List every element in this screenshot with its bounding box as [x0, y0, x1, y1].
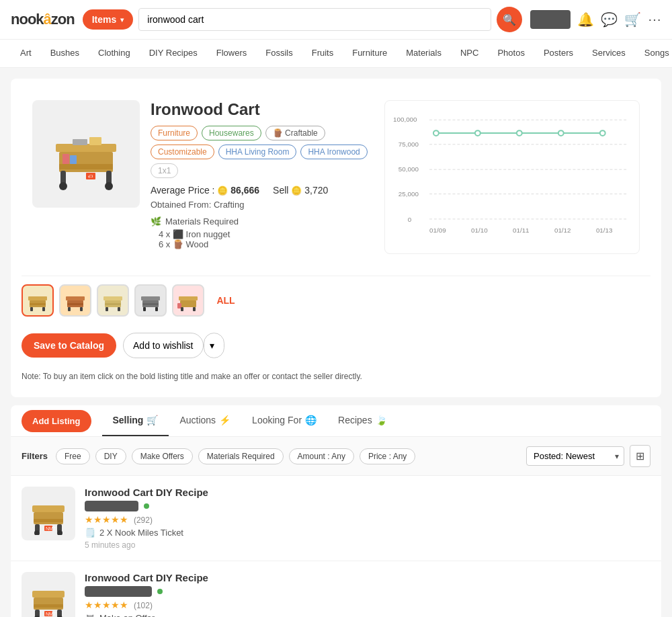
tag-craftable[interactable]: 🪵 Craftable — [265, 126, 325, 140]
product-image: 🏷 — [32, 100, 140, 208]
svg-rect-38 — [66, 296, 85, 300]
time-ago-1: 5 minutes ago — [85, 540, 650, 550]
tag-hha-ironwood[interactable]: HHA Ironwood — [300, 145, 367, 159]
product-title: Ironwood Cart — [151, 100, 374, 119]
add-to-wishlist-button[interactable]: Add to wishlist — [123, 333, 203, 358]
nav-item-songs[interactable]: Songs — [635, 40, 672, 67]
filter-price[interactable]: Price : Any — [360, 448, 415, 464]
variant-2[interactable] — [59, 284, 91, 317]
actions-row: Save to Catalog Add to wishlist ▾ — [22, 325, 650, 366]
nav-item-services[interactable]: Services — [583, 40, 635, 67]
product-section: 🏷 Ironwood Cart Furniture Housewares 🪵 C… — [11, 79, 661, 397]
filter-free[interactable]: Free — [56, 448, 90, 464]
leaf-icon: 🌿 — [151, 216, 161, 227]
search-input[interactable] — [138, 8, 491, 31]
materials-label: 🌿 Materials Required — [151, 216, 374, 227]
menu-icon[interactable]: ⋯ — [648, 11, 661, 28]
notifications-icon[interactable]: 🔔 — [577, 11, 594, 28]
nav-item-art[interactable]: Art — [11, 40, 41, 67]
seller-row-1 — [85, 501, 650, 511]
listing-image-2: NMT — [22, 572, 75, 617]
item-select-label: Items — [92, 14, 117, 25]
nav-item-fruits[interactable]: Fruits — [302, 40, 343, 67]
item-select-button[interactable]: Items ▾ — [83, 9, 134, 30]
svg-text:25,000: 25,000 — [398, 190, 419, 198]
tag-size[interactable]: 1x1 — [151, 163, 178, 178]
svg-rect-45 — [105, 303, 121, 305]
variant-all[interactable]: ALL — [210, 284, 242, 317]
nav-item-furniture[interactable]: Furniture — [343, 40, 396, 67]
svg-rect-54 — [180, 300, 196, 307]
nav-item-materials[interactable]: Materials — [396, 40, 451, 67]
svg-point-32 — [600, 130, 605, 136]
nav-item-clothing[interactable]: Clothing — [89, 40, 140, 67]
average-price-value: 86,666 — [230, 185, 259, 196]
cart-icon[interactable]: 🛒 — [624, 11, 641, 28]
nav-item-npc[interactable]: NPC — [451, 40, 488, 67]
nav-item-fossils[interactable]: Fossils — [256, 40, 302, 67]
tag-housewares[interactable]: Housewares — [202, 126, 261, 140]
svg-rect-33 — [28, 296, 47, 300]
nav-item-photos[interactable]: Photos — [488, 40, 534, 67]
stars-1: ★★★★★ — [85, 514, 128, 525]
tag-hha-living[interactable]: HHA Living Room — [218, 145, 297, 159]
tag-furniture[interactable]: Furniture — [151, 126, 198, 140]
svg-rect-10 — [70, 155, 77, 164]
svg-rect-40 — [67, 303, 83, 305]
variant-img-3 — [101, 288, 125, 313]
svg-text:0: 0 — [408, 216, 412, 223]
svg-rect-7 — [89, 137, 101, 145]
svg-text:01/12: 01/12 — [554, 227, 571, 234]
variant-5[interactable] — [172, 284, 204, 317]
chat-icon[interactable]: 💬 — [601, 11, 618, 28]
filter-make-offers[interactable]: Make Offers — [132, 448, 193, 464]
add-listing-button[interactable]: Add Listing — [22, 410, 91, 432]
svg-text:01/13: 01/13 — [596, 227, 613, 234]
sort-select[interactable]: Posted: Newest Posted: Oldest Price: Low… — [526, 446, 624, 466]
filter-diy[interactable]: DIY — [95, 448, 126, 464]
sell-value: 3,720 — [304, 185, 328, 196]
listing-title-2[interactable]: Ironwood Cart DIY Recipe — [85, 572, 650, 583]
listing-info-2: Ironwood Cart DIY Recipe ★★★★★ (102) 🦝 M… — [85, 572, 650, 617]
variant-4[interactable] — [134, 284, 167, 317]
listing-card-2: NMT Ironwood Cart DIY Recipe ★★★★★ (102)… — [11, 561, 661, 617]
tab-looking-for[interactable]: Looking For 🌐 — [241, 405, 327, 436]
user-avatar[interactable] — [530, 10, 571, 29]
save-to-catalog-button[interactable]: Save to Catalog — [22, 333, 116, 358]
svg-rect-36 — [30, 307, 33, 311]
tab-recipes[interactable]: Recipes 🍃 — [327, 405, 398, 436]
tab-selling[interactable]: Selling 🛒 — [102, 405, 169, 436]
nav-item-bushes[interactable]: Bushes — [41, 40, 89, 67]
grid-view-button[interactable]: ⊞ — [630, 445, 650, 467]
svg-rect-59 — [34, 512, 63, 524]
item-row-2: 🦝 Make an Offer — [85, 613, 650, 617]
svg-text:NMT: NMT — [46, 526, 56, 531]
seller-name-2 — [85, 586, 152, 597]
chart-svg: 100,000 75,000 50,000 25,000 0 01/09 01/… — [393, 109, 631, 243]
stars-2: ★★★★★ — [85, 600, 128, 610]
svg-text:100,000: 100,000 — [393, 116, 417, 123]
variant-1[interactable] — [22, 284, 54, 317]
nav-item-diy[interactable]: DIY Recipes — [140, 40, 207, 67]
average-price-label: Average Price : — [151, 185, 217, 196]
tab-auctions[interactable]: Auctions ⚡ — [169, 405, 241, 436]
variant-img-4 — [138, 288, 163, 313]
filter-amount[interactable]: Amount : Any — [289, 448, 354, 464]
recipes-label: Recipes — [338, 415, 372, 425]
svg-point-29 — [475, 130, 480, 136]
material-iron: 4 x ⬛ Iron nugget — [151, 229, 374, 239]
svg-rect-57 — [193, 307, 196, 311]
filter-materials-required[interactable]: Materials Required — [198, 448, 284, 464]
nav-item-flowers[interactable]: Flowers — [207, 40, 257, 67]
search-button[interactable]: 🔍 — [497, 7, 522, 32]
tag-customizable[interactable]: Customizable — [151, 145, 214, 159]
svg-rect-9 — [62, 154, 69, 164]
svg-rect-47 — [118, 307, 120, 311]
listing-title-1[interactable]: Ironwood Cart DIY Recipe — [85, 487, 650, 498]
svg-rect-53 — [179, 296, 198, 300]
selling-label: Selling — [113, 415, 144, 425]
nav-item-posters[interactable]: Posters — [534, 40, 583, 67]
variant-3[interactable] — [97, 284, 129, 317]
wishlist-dropdown-button[interactable]: ▾ — [204, 333, 224, 358]
average-price-coin: 🪙 — [217, 186, 228, 196]
